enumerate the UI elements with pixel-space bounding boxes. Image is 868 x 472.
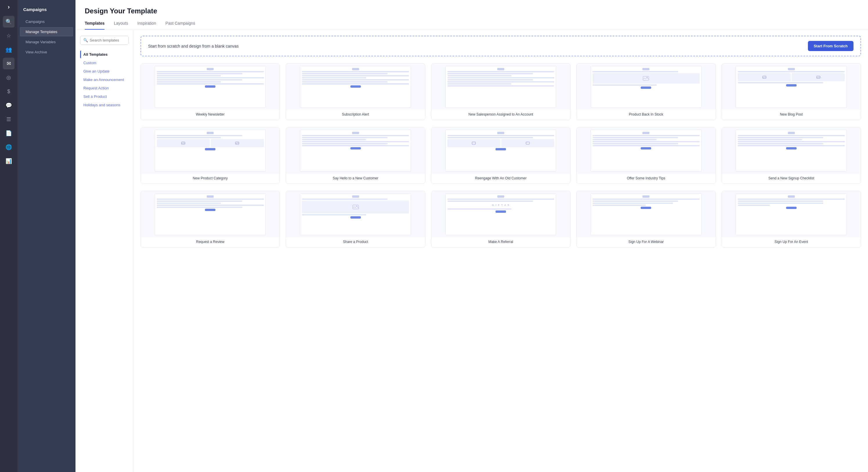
template-name: Sign Up For A Webinar xyxy=(577,238,715,247)
template-card-referral[interactable]: G I F T Z 5 Make A Referral xyxy=(431,191,570,248)
star-nav-icon[interactable]: ☆ xyxy=(3,30,14,41)
main-content: Design Your Template Templates Layouts I… xyxy=(75,0,868,472)
filter-request-action[interactable]: Request Action xyxy=(80,84,129,92)
template-name: Subscription Alert xyxy=(286,110,425,120)
template-preview xyxy=(141,64,280,110)
scratch-banner-text: Start from scratch and design from a bla… xyxy=(148,44,239,49)
svg-rect-7 xyxy=(526,142,529,144)
template-preview xyxy=(722,64,861,110)
template-preview xyxy=(431,64,570,110)
template-name: New Salesperson Assigned to An Account xyxy=(431,110,570,120)
template-preview xyxy=(286,127,425,174)
svg-point-9 xyxy=(356,206,358,207)
chat-nav-icon[interactable]: 💬 xyxy=(3,100,14,111)
template-name: Offer Some Industry Tips xyxy=(577,174,715,184)
template-preview: G I F T Z 5 xyxy=(431,191,570,238)
template-preview xyxy=(286,64,425,110)
search-box[interactable]: 🔍 xyxy=(80,36,129,45)
template-name: New Product Category xyxy=(141,174,280,184)
tab-past-campaigns[interactable]: Past Campaigns xyxy=(165,21,195,30)
template-card-product-back-in-stock[interactable]: Product Back In Stock xyxy=(576,63,716,120)
svg-rect-6 xyxy=(472,142,475,144)
search-nav-icon[interactable]: 🔍 xyxy=(3,16,14,28)
template-name: Reengage With An Old Customer xyxy=(431,174,570,184)
email-nav-icon[interactable]: ✉ xyxy=(3,58,14,69)
template-card-signup-checklist[interactable]: Send a New Signup Checklist xyxy=(722,127,861,184)
template-card-request-review[interactable]: Request a Review xyxy=(141,191,280,248)
template-card-event[interactable]: Sign Up For An Event xyxy=(722,191,861,248)
template-name: Say Hello to a New Customer xyxy=(286,174,425,184)
sidebar-item-view-archive[interactable]: View Archive xyxy=(20,47,73,57)
template-preview xyxy=(722,127,861,174)
template-preview xyxy=(141,191,280,238)
filter-give-an-update[interactable]: Give an Update xyxy=(80,67,129,75)
tab-bar: Templates Layouts Inspiration Past Campa… xyxy=(85,21,859,30)
svg-rect-4 xyxy=(181,142,185,144)
filter-custom[interactable]: Custom xyxy=(80,59,129,67)
template-card-say-hello[interactable]: Say Hello to a New Customer xyxy=(286,127,425,184)
template-name: Weekly Newsletter xyxy=(141,110,280,120)
templates-area: Start from scratch and design from a bla… xyxy=(133,30,868,472)
template-preview xyxy=(577,191,715,238)
template-card-subscription-alert[interactable]: Subscription Alert xyxy=(286,63,425,120)
template-card-industry-tips[interactable]: Offer Some Industry Tips xyxy=(576,127,716,184)
doc-nav-icon[interactable]: 📄 xyxy=(3,127,14,139)
scratch-banner: Start from scratch and design from a bla… xyxy=(141,36,861,56)
template-card-reengage[interactable]: Reengage With An Old Customer xyxy=(431,127,570,184)
svg-rect-2 xyxy=(763,76,766,78)
svg-rect-5 xyxy=(236,142,239,144)
template-name: Sign Up For An Event xyxy=(722,238,861,247)
template-name: Share a Product xyxy=(286,238,425,247)
template-grid-row-2: New Product Category xyxy=(141,127,861,184)
users-nav-icon[interactable]: 👥 xyxy=(3,44,14,56)
filter-sell-product[interactable]: Sell a Product xyxy=(80,93,129,100)
filter-make-announcement[interactable]: Make an Announcement xyxy=(80,76,129,84)
template-name: Make A Referral xyxy=(431,238,570,247)
svg-point-1 xyxy=(647,77,648,78)
chart-nav-icon[interactable]: 📊 xyxy=(3,155,14,167)
sidebar-logo[interactable]: › xyxy=(8,3,10,10)
template-name: Send a New Signup Checklist xyxy=(722,174,861,184)
globe-nav-icon[interactable]: 🌐 xyxy=(3,141,14,153)
template-grid-row-1: Weekly Newsletter xyxy=(141,63,861,120)
sidebar-wide: Campaigns Campaigns Manage Templates Man… xyxy=(18,0,75,472)
filter-list: All Templates Custom Give an Update Make… xyxy=(80,51,129,109)
template-preview xyxy=(286,191,425,238)
tab-layouts[interactable]: Layouts xyxy=(114,21,128,30)
target-nav-icon[interactable]: ◎ xyxy=(3,72,14,83)
template-name: Product Back In Stock xyxy=(577,110,715,120)
template-preview xyxy=(577,127,715,174)
dollar-nav-icon[interactable]: $ xyxy=(3,86,14,97)
template-preview xyxy=(431,127,570,174)
sidebar-section-title: Campaigns xyxy=(18,5,75,17)
page-title: Design Your Template xyxy=(85,7,859,15)
list-nav-icon[interactable]: ☰ xyxy=(3,114,14,125)
content-area: 🔍 All Templates Custom Give an Update Ma… xyxy=(75,30,868,472)
template-grid-row-3: Request a Review xyxy=(141,191,861,248)
template-card-share-product[interactable]: Share a Product xyxy=(286,191,425,248)
start-from-scratch-button[interactable]: Start From Scratch xyxy=(808,41,854,51)
template-preview xyxy=(141,127,280,174)
search-input[interactable] xyxy=(90,38,125,42)
template-card-webinar[interactable]: Sign Up For A Webinar xyxy=(576,191,716,248)
sidebar-item-campaigns[interactable]: Campaigns xyxy=(20,17,73,26)
left-panel: 🔍 All Templates Custom Give an Update Ma… xyxy=(75,30,133,472)
template-preview xyxy=(722,191,861,238)
template-card-weekly-newsletter[interactable]: Weekly Newsletter xyxy=(141,63,280,120)
sidebar-item-manage-variables[interactable]: Manage Variables xyxy=(20,37,73,47)
page-header: Design Your Template Templates Layouts I… xyxy=(75,0,868,30)
template-card-new-product-category[interactable]: New Product Category xyxy=(141,127,280,184)
template-name: Request a Review xyxy=(141,238,280,247)
template-preview xyxy=(577,64,715,110)
filter-holidays[interactable]: Holidays and seasons xyxy=(80,101,129,109)
svg-rect-3 xyxy=(817,76,820,78)
filter-all-templates[interactable]: All Templates xyxy=(80,51,129,58)
tab-inspiration[interactable]: Inspiration xyxy=(137,21,156,30)
sidebar-item-manage-templates[interactable]: Manage Templates xyxy=(20,27,73,37)
tab-templates[interactable]: Templates xyxy=(85,21,104,30)
template-card-new-salesperson[interactable]: New Salesperson Assigned to An Account xyxy=(431,63,570,120)
search-icon: 🔍 xyxy=(83,38,88,42)
template-name: New Blog Post xyxy=(722,110,861,120)
template-card-new-blog-post[interactable]: New Blog Post xyxy=(722,63,861,120)
sidebar-narrow: › 🔍 ☆ 👥 ✉ ◎ $ 💬 ☰ 📄 🌐 📊 xyxy=(0,0,18,472)
